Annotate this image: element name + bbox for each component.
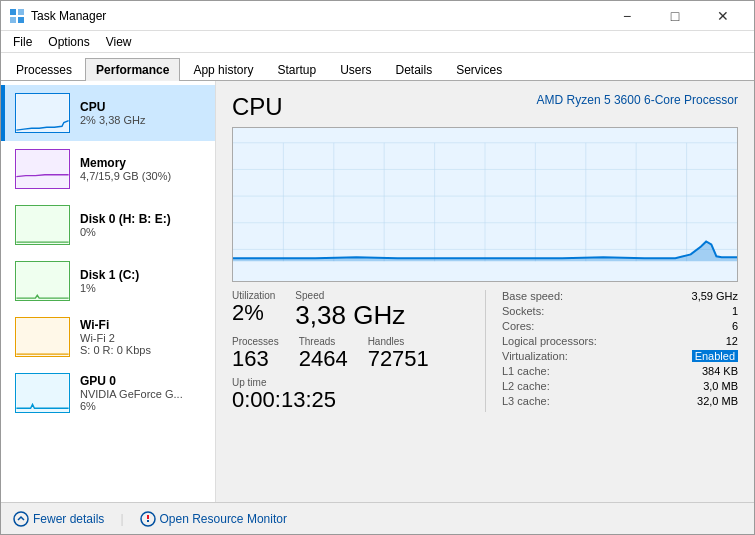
svg-rect-6 — [16, 206, 68, 244]
stats-left: Utilization 2% Speed 3,38 GHz Processes … — [232, 290, 485, 412]
wifi-subname: Wi-Fi 2 — [80, 332, 205, 344]
cores-value: 6 — [732, 320, 738, 332]
panel-title: CPU — [232, 93, 283, 121]
disk0-info: Disk 0 (H: B: E:) 0% — [80, 212, 205, 238]
gpu0-info: GPU 0 NVIDIA GeForce G... 6% — [80, 374, 205, 412]
handles-label: Handles — [368, 336, 429, 347]
tab-details[interactable]: Details — [384, 58, 443, 81]
threads-value: 2464 — [299, 347, 348, 371]
menu-view[interactable]: View — [98, 33, 140, 51]
utilization-value: 2% — [232, 301, 275, 325]
logical-value: 12 — [726, 335, 738, 347]
svg-rect-3 — [18, 17, 24, 23]
close-button[interactable]: ✕ — [700, 1, 746, 31]
sidebar-item-disk1[interactable]: Disk 1 (C:) 1% — [1, 253, 215, 309]
footer-separator: | — [120, 512, 123, 526]
base-speed-value: 3,59 GHz — [692, 290, 738, 302]
processes-label: Processes — [232, 336, 279, 347]
tab-startup[interactable]: Startup — [266, 58, 327, 81]
disk0-mini-graph — [15, 205, 70, 245]
tab-app-history[interactable]: App history — [182, 58, 264, 81]
gpu0-mini-graph — [15, 373, 70, 413]
l1-value: 384 KB — [702, 365, 738, 377]
svg-rect-7 — [16, 262, 68, 300]
tab-processes[interactable]: Processes — [5, 58, 83, 81]
disk1-mini-graph — [15, 261, 70, 301]
cpu-info: CPU 2% 3,38 GHz — [80, 100, 205, 126]
uptime-block: Up time 0:00:13:25 — [232, 377, 485, 412]
fewer-details-button[interactable]: Fewer details — [13, 511, 104, 527]
memory-info: Memory 4,7/15,9 GB (30%) — [80, 156, 205, 182]
sidebar: CPU 2% 3,38 GHz Memory 4,7/15,9 GB (30%) — [1, 81, 216, 502]
speed-block: Speed 3,38 GHz — [295, 290, 405, 330]
tab-bar: Processes Performance App history Startu… — [1, 53, 754, 81]
open-resource-monitor-label: Open Resource Monitor — [160, 512, 287, 526]
gpu0-subname: NVIDIA GeForce G... — [80, 388, 205, 400]
memory-mini-graph — [15, 149, 70, 189]
stats-right: Base speed: 3,59 GHz Sockets: 1 Cores: 6… — [485, 290, 738, 412]
sockets-row: Sockets: 1 — [502, 305, 738, 317]
window-title: Task Manager — [31, 9, 604, 23]
wifi-info: Wi-Fi Wi-Fi 2 S: 0 R: 0 Kbps — [80, 318, 205, 356]
l2-row: L2 cache: 3,0 MB — [502, 380, 738, 392]
cores-row: Cores: 6 — [502, 320, 738, 332]
memory-name: Memory — [80, 156, 205, 170]
cpu-graph: % Utilization 100% 60 seconds 0 — [232, 127, 738, 282]
base-speed-label: Base speed: — [502, 290, 642, 302]
minimize-button[interactable]: − — [604, 1, 650, 31]
tab-services[interactable]: Services — [445, 58, 513, 81]
sidebar-item-gpu0[interactable]: GPU 0 NVIDIA GeForce G... 6% — [1, 365, 215, 421]
virt-value: Enabled — [692, 350, 738, 362]
svg-rect-8 — [16, 318, 68, 356]
panel-subtitle: AMD Ryzen 5 3600 6-Core Processor — [537, 93, 738, 107]
threads-label: Threads — [299, 336, 348, 347]
title-bar: Task Manager − □ ✕ — [1, 1, 754, 31]
sidebar-item-wifi[interactable]: Wi-Fi Wi-Fi 2 S: 0 R: 0 Kbps — [1, 309, 215, 365]
threads-block: Threads 2464 — [299, 336, 348, 371]
resource-monitor-icon — [140, 511, 156, 527]
l3-value: 32,0 MB — [697, 395, 738, 407]
l2-label: L2 cache: — [502, 380, 642, 392]
fewer-details-icon — [13, 511, 29, 527]
utilization-speed-row: Utilization 2% Speed 3,38 GHz — [232, 290, 485, 330]
handles-value: 72751 — [368, 347, 429, 371]
maximize-button[interactable]: □ — [652, 1, 698, 31]
content-area: CPU 2% 3,38 GHz Memory 4,7/15,9 GB (30%) — [1, 81, 754, 502]
l3-label: L3 cache: — [502, 395, 642, 407]
menu-file[interactable]: File — [5, 33, 40, 51]
svg-point-26 — [14, 512, 28, 526]
task-manager-window: Task Manager − □ ✕ File Options View Pro… — [0, 0, 755, 535]
footer: Fewer details | Open Resource Monitor — [1, 502, 754, 534]
open-resource-monitor-button[interactable]: Open Resource Monitor — [140, 511, 287, 527]
tab-users[interactable]: Users — [329, 58, 382, 81]
disk1-value: 1% — [80, 282, 205, 294]
l1-label: L1 cache: — [502, 365, 642, 377]
cpu-value: 2% 3,38 GHz — [80, 114, 205, 126]
sidebar-item-memory[interactable]: Memory 4,7/15,9 GB (30%) — [1, 141, 215, 197]
cpu-name: CPU — [80, 100, 205, 114]
disk1-name: Disk 1 (C:) — [80, 268, 205, 282]
l3-row: L3 cache: 32,0 MB — [502, 395, 738, 407]
speed-value: 3,38 GHz — [295, 301, 405, 330]
utilization-block: Utilization 2% — [232, 290, 275, 330]
svg-rect-5 — [16, 150, 68, 188]
cpu-mini-graph — [15, 93, 70, 133]
svg-rect-2 — [10, 17, 16, 23]
gpu0-name: GPU 0 — [80, 374, 205, 388]
logical-row: Logical processors: 12 — [502, 335, 738, 347]
app-icon — [9, 8, 25, 24]
l2-value: 3,0 MB — [703, 380, 738, 392]
handles-block: Handles 72751 — [368, 336, 429, 371]
tab-performance[interactable]: Performance — [85, 58, 180, 81]
menu-options[interactable]: Options — [40, 33, 97, 51]
sidebar-item-cpu[interactable]: CPU 2% 3,38 GHz — [1, 85, 215, 141]
base-speed-row: Base speed: 3,59 GHz — [502, 290, 738, 302]
wifi-value: S: 0 R: 0 Kbps — [80, 344, 205, 356]
processes-value: 163 — [232, 347, 279, 371]
cores-label: Cores: — [502, 320, 642, 332]
memory-value: 4,7/15,9 GB (30%) — [80, 170, 205, 182]
wifi-mini-graph — [15, 317, 70, 357]
panel-header: CPU AMD Ryzen 5 3600 6-Core Processor — [232, 93, 738, 121]
processes-block: Processes 163 — [232, 336, 279, 371]
sidebar-item-disk0[interactable]: Disk 0 (H: B: E:) 0% — [1, 197, 215, 253]
